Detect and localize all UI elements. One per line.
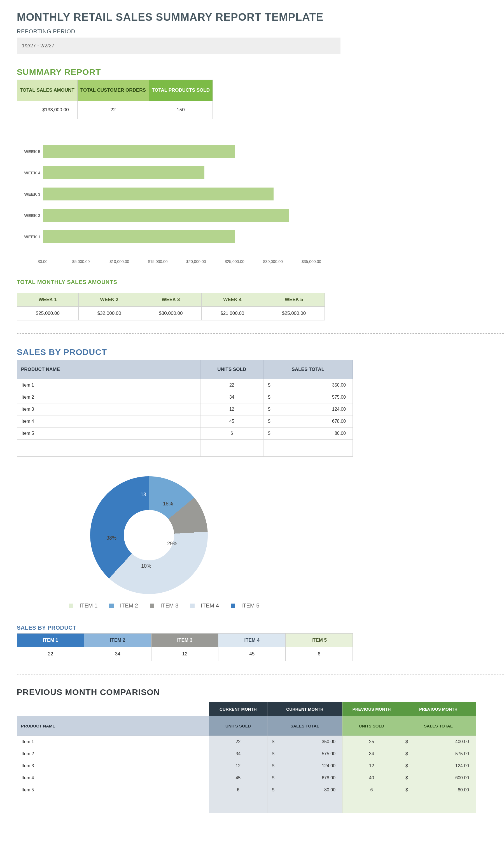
cmp-top-previous-2: PREVIOUS MONTH <box>401 702 476 716</box>
cmp-previous-units: 12 <box>342 760 401 772</box>
cmp-previous-amount: 400.00 <box>418 736 476 748</box>
sp-product-name: Item 3 <box>17 404 200 415</box>
cmp-top-current-1: CURRENT MONTH <box>209 702 267 716</box>
cmp-previous-amount: 575.00 <box>418 748 476 760</box>
reporting-period-value: 1/2/27 - 2/2/27 <box>17 38 341 54</box>
axis-tick: $15,000.00 <box>148 259 167 264</box>
cmp-current-currency: $ <box>267 760 284 772</box>
summary-header-total-products: TOTAL PRODUCTS SOLD <box>149 80 213 101</box>
legend-item: ITEM 2 <box>109 602 142 609</box>
summary-header-total-sales: TOTAL SALES AMOUNT <box>17 80 77 101</box>
bar-label: WEEK 2 <box>17 213 43 218</box>
donut-chart: 18%29%10%38%13 ITEM 1ITEM 2ITEM 3ITEM 4I… <box>17 468 317 615</box>
axis-tick: $0.00 <box>37 259 47 264</box>
sp-units: 6 <box>200 428 263 440</box>
donut-label: 13 <box>141 492 146 498</box>
weekly-header: WEEK 1 <box>17 293 79 307</box>
sp-header-units: UNITS SOLD <box>200 360 263 379</box>
cmp-current-currency: $ <box>267 748 284 760</box>
cmp-current-units: 12 <box>209 760 267 772</box>
weekly-sales-table: WEEK 1WEEK 2WEEK 3WEEK 4WEEK 5 $25,000.0… <box>17 293 325 321</box>
axis-tick: $10,000.00 <box>109 259 129 264</box>
bar <box>43 188 273 201</box>
summary-value-total-sales: $133,000.00 <box>17 101 77 119</box>
sp-amount: 678.00 <box>283 415 353 428</box>
sp-product-name: Item 5 <box>17 428 200 440</box>
cmp-current-amount: 80.00 <box>284 784 342 796</box>
summary-value-total-orders: 22 <box>77 101 149 119</box>
product-totals-caption: SALES BY PRODUCT <box>17 624 504 631</box>
comparison-heading: PREVIOUS MONTH COMPARISON <box>17 687 504 697</box>
pt-header: ITEM 1 <box>17 633 84 647</box>
weekly-header: WEEK 2 <box>78 293 140 307</box>
cmp-current-amount: 124.00 <box>284 760 342 772</box>
bar-label: WEEK 1 <box>17 234 43 239</box>
pt-header: ITEM 2 <box>84 633 151 647</box>
legend-label: ITEM 2 <box>120 602 138 609</box>
pt-value: 6 <box>286 647 353 661</box>
blank-header <box>17 702 209 716</box>
summary-report-heading: SUMMARY REPORT <box>17 67 504 77</box>
bar <box>43 230 235 243</box>
sales-by-product-heading: SALES BY PRODUCT <box>17 347 504 357</box>
cmp-product-name: Item 2 <box>17 748 209 760</box>
cmp-previous-currency: $ <box>401 760 417 772</box>
sp-amount: 124.00 <box>283 404 353 415</box>
axis-tick: $35,000.00 <box>302 259 321 264</box>
sp-currency: $ <box>263 379 283 391</box>
cmp-previous-units: 6 <box>342 784 401 796</box>
section-divider <box>17 674 504 674</box>
sp-units: 45 <box>200 415 263 428</box>
legend-item: ITEM 4 <box>190 602 222 609</box>
cmp-header-previous-units: UNITS SOLD <box>342 716 401 736</box>
cmp-current-amount: 678.00 <box>284 772 342 784</box>
cmp-previous-amount: 80.00 <box>418 784 476 796</box>
bar <box>43 166 204 179</box>
cmp-header-current-units: UNITS SOLD <box>209 716 267 736</box>
cmp-product-name: Item 1 <box>17 736 209 748</box>
bar-label: WEEK 3 <box>17 192 43 196</box>
cmp-top-current-2: CURRENT MONTH <box>267 702 342 716</box>
bar-label: WEEK 5 <box>17 149 43 154</box>
sp-product-name: Item 4 <box>17 415 200 428</box>
cmp-previous-units: 34 <box>342 748 401 760</box>
weekly-value: $30,000.00 <box>140 307 202 321</box>
donut-legend: ITEM 1ITEM 2ITEM 3ITEM 4ITEM 5 <box>65 602 317 610</box>
bar <box>43 145 235 158</box>
cmp-product-name: Item 5 <box>17 784 209 796</box>
reporting-period-label: REPORTING PERIOD <box>17 28 504 35</box>
cmp-previous-currency: $ <box>401 784 417 796</box>
axis-tick: $30,000.00 <box>263 259 283 264</box>
page-title: MONTHLY RETAIL SALES SUMMARY REPORT TEMP… <box>17 11 504 23</box>
axis-tick: $20,000.00 <box>186 259 206 264</box>
weekly-header: WEEK 5 <box>263 293 325 307</box>
donut-label: 10% <box>141 563 151 569</box>
sp-currency: $ <box>263 415 283 428</box>
legend-label: ITEM 5 <box>241 602 259 609</box>
legend-item: ITEM 3 <box>150 602 182 609</box>
donut-label: 38% <box>106 535 116 541</box>
pt-header: ITEM 5 <box>286 633 353 647</box>
weekly-value: $32,000.00 <box>78 307 140 321</box>
weekly-value: $25,000.00 <box>17 307 79 321</box>
sp-amount: 80.00 <box>283 428 353 440</box>
cmp-previous-currency: $ <box>401 772 417 784</box>
cmp-header-name: PRODUCT NAME <box>17 716 209 736</box>
donut-label: 29% <box>167 541 177 547</box>
cmp-current-currency: $ <box>267 736 284 748</box>
sp-header-name: PRODUCT NAME <box>17 360 200 379</box>
sp-currency: $ <box>263 391 283 404</box>
cmp-previous-currency: $ <box>401 736 417 748</box>
cmp-previous-units: 25 <box>342 736 401 748</box>
weekly-header: WEEK 3 <box>140 293 202 307</box>
pt-header: ITEM 3 <box>151 633 218 647</box>
weekly-sales-caption: TOTAL MONTHLY SALES AMOUNTS <box>17 279 504 286</box>
sp-units: 12 <box>200 404 263 415</box>
sp-product-name: Item 1 <box>17 379 200 391</box>
sp-currency: $ <box>263 428 283 440</box>
axis-tick: $25,000.00 <box>225 259 245 264</box>
cmp-previous-amount: 600.00 <box>418 772 476 784</box>
cmp-previous-amount: 124.00 <box>418 760 476 772</box>
summary-value-total-products: 150 <box>149 101 213 119</box>
sp-amount: 575.00 <box>283 391 353 404</box>
